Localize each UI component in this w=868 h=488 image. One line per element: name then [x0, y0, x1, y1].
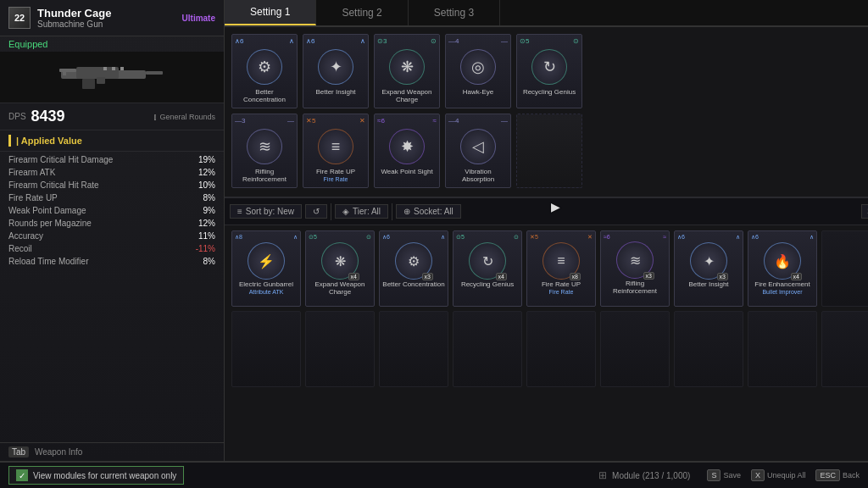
- browser-module-card[interactable]: ⊙5⊙↻x4Recycling Genius: [453, 230, 522, 307]
- stat-name: Rounds per Magazine: [8, 219, 92, 228]
- stat-name: Recoil: [8, 244, 32, 253]
- stat-value: 8%: [203, 257, 215, 266]
- module-browser: ≡ Sort by: New ↺ ◈ Tier: All: [225, 197, 868, 461]
- browser-module-card[interactable]: ∧6∧✦x3Better Insight: [674, 230, 743, 307]
- tab-setting-3[interactable]: Setting 3: [409, 0, 500, 25]
- hotkey-label: Back: [843, 471, 860, 480]
- stat-value: 19%: [198, 155, 215, 164]
- equipped-module-card[interactable]: —3≋Rifling Reinforcement—: [231, 114, 298, 188]
- equipped-module-card[interactable]: —4◎Hawk-Eye—: [445, 34, 511, 108]
- stat-value: 12%: [198, 168, 215, 177]
- weapon-type: Submachine Gun: [37, 19, 182, 29]
- browser-module-card[interactable]: ≈6≈≋x3Rifling Reinforcement: [600, 230, 670, 307]
- tier-filter-button[interactable]: ◈ Tier: All: [335, 204, 388, 219]
- refresh-button[interactable]: ↺: [305, 204, 327, 219]
- equipped-module-card[interactable]: ✕5≡Fire Rate UPFire Rate✕: [303, 114, 369, 188]
- hotkey-key: X: [751, 469, 765, 481]
- empty-browser-slot[interactable]: [748, 311, 817, 387]
- hotkeys: SSaveXUnequip AllESCBack: [707, 469, 860, 481]
- module-count-value: Module (213 / 1,000): [612, 471, 690, 480]
- empty-browser-slot[interactable]: [231, 311, 301, 387]
- tab-setting-1[interactable]: Setting 1: [225, 0, 316, 25]
- hotkey: XUnequip All: [751, 469, 806, 481]
- module-count-icon: ⊞: [598, 469, 607, 481]
- stat-value: 11%: [198, 231, 215, 241]
- svg-rect-3: [119, 72, 144, 77]
- browser-module-card[interactable]: ∧8∧⚡Electric GunbarrelAttribute ATK: [231, 230, 301, 307]
- stat-row: Reload Time Modifier8%: [0, 255, 224, 268]
- empty-browser-slot[interactable]: [821, 311, 868, 387]
- left-panel: 22 Thunder Cage Submachine Gun Ultimate …: [0, 0, 225, 461]
- tier-label: Tier: All: [353, 207, 381, 216]
- search-box: 🔍: [861, 204, 868, 219]
- applied-value-header: | Applied Value: [0, 130, 224, 152]
- empty-browser-slot[interactable]: [526, 311, 596, 387]
- equipped-module-card[interactable]: ⊙3❋Expand Weapon Charge⊙: [374, 34, 440, 108]
- stat-row: Recoil-11%: [0, 242, 224, 255]
- sort-label: Sort by: New: [246, 207, 294, 216]
- stat-name: Fire Rate UP: [8, 193, 58, 202]
- setting-tabs: Setting 1 Setting 2 Setting 3 ⊞: [225, 0, 868, 27]
- equipped-module-card[interactable]: ⊙5↻Recycling Genius⊙: [516, 34, 582, 108]
- stat-row: Firearm ATK12%: [0, 166, 224, 179]
- weapon-info-label: Weapon Info: [35, 447, 83, 457]
- sort-button[interactable]: ≡ Sort by: New: [230, 204, 302, 219]
- equipped-module-card[interactable]: ∧6✦Better Insight∧: [303, 34, 369, 108]
- svg-rect-9: [112, 67, 115, 70]
- browser-grid: ∧8∧⚡Electric GunbarrelAttribute ATK⊙5⊙❋x…: [225, 225, 868, 461]
- browser-module-card[interactable]: ✕5✕≡x8Fire Rate UPFire Rate: [526, 230, 596, 307]
- empty-module-slot[interactable]: [516, 114, 582, 188]
- empty-browser-slot[interactable]: [453, 311, 522, 387]
- tab-setting-2[interactable]: Setting 2: [316, 0, 408, 25]
- ammo-type: ⫿ General Rounds: [153, 113, 215, 121]
- equipped-module-card[interactable]: ≈6✸Weak Point Sight≈: [374, 114, 440, 188]
- stat-name: Firearm Critical Hit Damage: [8, 155, 113, 164]
- equipped-module-card[interactable]: —4◁Vibration Absorption—: [445, 114, 511, 188]
- stat-value: 9%: [203, 206, 215, 215]
- socket-filter-button[interactable]: ⊕ Socket: All: [396, 204, 461, 219]
- weapon-filter-checkbox[interactable]: ✓: [16, 469, 28, 481]
- weapon-filter-checkbox-area[interactable]: ✓ View modules for current weapon only: [8, 466, 184, 485]
- hotkey-key: ESC: [815, 469, 840, 481]
- browser-module-card[interactable]: ⊙5⊙❋x4Expand Weapon Charge: [305, 230, 375, 307]
- stat-name: Firearm Critical Hit Rate: [8, 180, 99, 190]
- empty-browser-slot[interactable]: [821, 230, 868, 307]
- stat-row: Firearm Critical Hit Rate10%: [0, 179, 224, 191]
- svg-rect-1: [59, 69, 76, 72]
- svg-rect-5: [97, 77, 105, 84]
- browser-row: ∧8∧⚡Electric GunbarrelAttribute ATK⊙5⊙❋x…: [231, 230, 868, 307]
- stat-value: 12%: [198, 219, 215, 228]
- bottom-nav: Tab Weapon Info: [0, 442, 224, 461]
- stat-value: -11%: [196, 244, 215, 253]
- tier-icon: ◈: [342, 207, 349, 216]
- empty-browser-slot[interactable]: [600, 311, 670, 387]
- equipped-module-card[interactable]: ∧6⚙Better Concentration∧: [231, 34, 298, 108]
- toolbar-divider-1: [331, 203, 331, 220]
- stat-row: Accuracy11%: [0, 230, 224, 242]
- stat-row: Rounds per Magazine12%: [0, 217, 224, 230]
- socket-icon: ⊕: [403, 207, 410, 216]
- stat-row: Weak Point Damage9%: [0, 204, 224, 217]
- empty-browser-slot[interactable]: [379, 311, 448, 387]
- weapon-info: Thunder Cage Submachine Gun: [37, 7, 182, 29]
- stats-list: Firearm Critical Hit Damage19%Firearm AT…: [0, 152, 224, 442]
- weapon-name: Thunder Cage: [37, 7, 182, 19]
- socket-label: Socket: All: [414, 207, 453, 216]
- weapon-rarity: Ultimate: [182, 14, 215, 23]
- browser-row-empty: [231, 311, 868, 387]
- empty-browser-slot[interactable]: [305, 311, 375, 387]
- hotkey: SSave: [707, 469, 741, 481]
- svg-rect-7: [63, 69, 66, 75]
- sort-icon: ≡: [237, 207, 242, 216]
- weapon-image-area: [0, 52, 224, 103]
- browser-module-card[interactable]: ∧6∧🔥x4Fire EnhancementBullet Improver: [748, 230, 817, 307]
- browser-module-card[interactable]: ∧6∧⚙x3Better Concentration: [379, 230, 448, 307]
- weapon-silhouette: [53, 60, 171, 94]
- hotkey-label: Unequip All: [767, 471, 806, 480]
- dps-row: DPS 8439 ⫿ General Rounds: [0, 103, 224, 130]
- modules-row-1: ∧6⚙Better Concentration∧∧6✦Better Insigh…: [231, 34, 868, 108]
- empty-browser-slot[interactable]: [674, 311, 743, 387]
- toolbar-divider-2: [392, 203, 392, 220]
- stat-value: 10%: [198, 180, 215, 190]
- applied-value-title: | Applied Value: [16, 136, 82, 146]
